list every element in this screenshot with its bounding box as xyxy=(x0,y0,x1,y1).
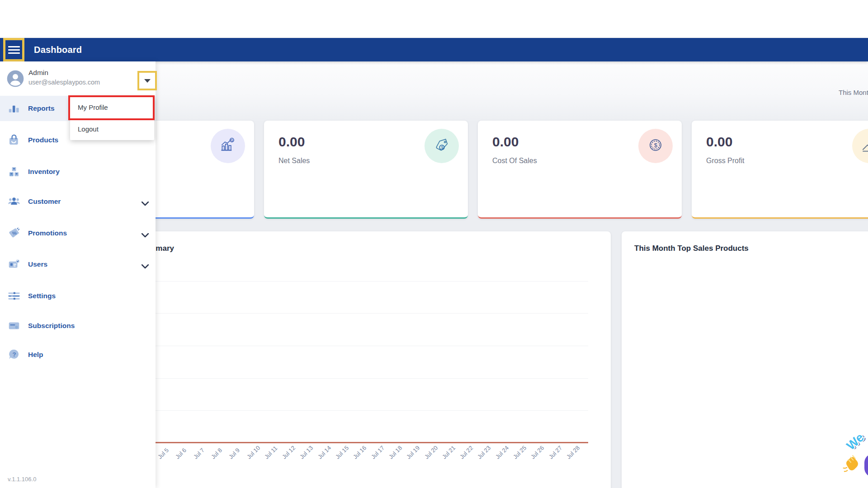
x-tick-label: Jul 22 xyxy=(458,444,474,460)
id-badge-icon xyxy=(7,258,21,271)
sidebar-item-customer[interactable]: Customer xyxy=(0,189,156,214)
menu-item-logout[interactable]: Logout xyxy=(70,118,154,140)
x-tick-label: Jul 11 xyxy=(263,445,278,460)
x-tick-label: Jul 21 xyxy=(441,444,457,460)
user-name: Admin xyxy=(28,69,48,77)
sidebar-item-users[interactable]: Users xyxy=(0,252,156,277)
sidebar-item-settings[interactable]: Settings xyxy=(0,283,156,309)
x-tick-label: Jul 7 xyxy=(192,447,206,460)
chevron-down-icon xyxy=(142,200,149,208)
coin-icon: $ xyxy=(646,136,665,156)
x-tick-label: Jul 17 xyxy=(370,444,386,460)
people-icon xyxy=(7,195,21,208)
kpi-card-cost-of-sales: 0.00 Cost Of Sales $ xyxy=(478,121,682,219)
user-menu-highlight-box xyxy=(137,71,157,90)
shopping-bag-icon xyxy=(7,133,21,147)
app-version: v.1.1.106.0 xyxy=(8,476,36,483)
line-chart-icon xyxy=(860,136,868,156)
top-products-panel: This Month Top Sales Products xyxy=(622,231,868,488)
svg-text:$: $ xyxy=(441,145,443,150)
bar-chart-icon xyxy=(7,102,21,115)
user-menu-caret-icon[interactable] xyxy=(144,79,151,83)
kpi-label: Gross Profit xyxy=(706,157,744,165)
x-tick-label: Jul 25 xyxy=(512,444,528,460)
top-products-title: This Month Top Sales Products xyxy=(634,244,749,253)
x-tick-label: Jul 12 xyxy=(281,444,297,460)
sliders-icon xyxy=(7,289,21,303)
avatar xyxy=(6,70,24,88)
kpi-label: Cost Of Sales xyxy=(492,157,537,165)
kpi-value: 0.00 xyxy=(706,134,732,150)
my-profile-highlight-box xyxy=(68,95,155,120)
sidebar-item-subscriptions[interactable]: Subscriptions xyxy=(0,313,156,338)
discount-tag-icon: % xyxy=(7,226,21,240)
x-tick-label: Jul 18 xyxy=(387,444,403,460)
boxes-icon xyxy=(7,165,21,178)
x-tick-label: Jul 23 xyxy=(476,444,492,460)
x-tick-label: Jul 9 xyxy=(227,447,241,460)
x-tick-label: Jul 20 xyxy=(423,444,439,460)
x-tick-label: Jul 28 xyxy=(565,444,581,460)
app-header: Dashboard xyxy=(0,38,868,61)
chevron-down-icon xyxy=(142,263,149,271)
kpi-card-net-sales: 0.00 Net Sales $ xyxy=(264,121,468,219)
kpi-label: Net Sales xyxy=(278,157,310,165)
svg-text:$: $ xyxy=(654,142,658,149)
user-email: user@salesplaypos.com xyxy=(28,79,100,86)
x-tick-label: Jul 27 xyxy=(547,444,563,460)
x-tick-label: Jul 19 xyxy=(405,444,421,460)
x-tick-label: Jul 14 xyxy=(316,444,332,460)
help-bubble-icon: ? xyxy=(7,348,21,361)
kpi-value: 0.00 xyxy=(278,134,305,150)
x-tick-label: Jul 10 xyxy=(245,444,261,460)
x-tick-label: Jul 24 xyxy=(494,444,510,460)
page-title: Dashboard xyxy=(34,38,82,61)
x-tick-label: Jul 5 xyxy=(156,447,170,460)
price-tag-icon: $ xyxy=(432,136,451,156)
svg-text:?: ? xyxy=(13,351,16,358)
x-tick-label: Jul 8 xyxy=(210,447,223,460)
hamburger-menu-icon[interactable] xyxy=(8,44,20,56)
x-tick-label: Jul 26 xyxy=(529,444,545,460)
sidebar-item-inventory[interactable]: Inventory xyxy=(0,159,156,184)
sidebar-item-help[interactable]: ? Help xyxy=(0,342,156,367)
x-tick-label: Jul 16 xyxy=(352,444,368,460)
x-tick-label: Jul 15 xyxy=(334,444,350,460)
clapping-hands-icon xyxy=(840,452,863,475)
sidebar-item-promotions[interactable]: % Promotions xyxy=(0,221,156,246)
period-selector[interactable]: This Month xyxy=(839,89,868,96)
hamburger-highlight-box xyxy=(3,38,24,61)
chevron-down-icon xyxy=(142,231,149,239)
credit-card-icon xyxy=(7,319,21,333)
x-tick-label: Jul 6 xyxy=(174,447,188,460)
svg-text:$: $ xyxy=(231,138,233,142)
growth-chart-icon: $ xyxy=(218,136,237,156)
x-tick-label: Jul 13 xyxy=(298,444,314,460)
kpi-card-gross-profit: 0.00 Gross Profit xyxy=(692,121,868,219)
kpi-value: 0.00 xyxy=(492,134,519,150)
